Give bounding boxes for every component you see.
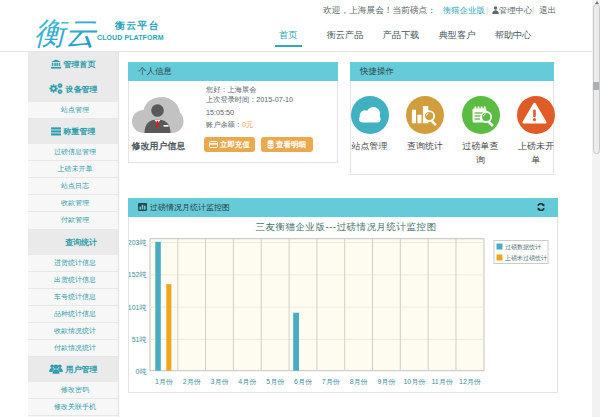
svg-text:6月份: 6月份 [294, 377, 313, 385]
svg-text:3月份: 3月份 [211, 377, 230, 385]
svg-text:4月份: 4月份 [238, 377, 257, 385]
svg-text:8月份: 8月份 [350, 377, 369, 385]
svg-text:152吨: 152吨 [129, 271, 147, 278]
svg-text:7月份: 7月份 [322, 377, 341, 385]
svg-text:101吨: 101吨 [129, 303, 147, 310]
svg-text:51吨: 51吨 [132, 335, 147, 342]
svg-text:10月份: 10月份 [403, 377, 426, 385]
svg-text:过磅数据统计: 过磅数据统计 [505, 243, 541, 251]
svg-text:12月份: 12月份 [459, 377, 482, 385]
svg-text:203吨: 203吨 [129, 239, 147, 246]
svg-text:11月份: 11月份 [431, 377, 453, 385]
svg-text:5月份: 5月份 [266, 377, 285, 385]
svg-text:上磅未过磅统计: 上磅未过磅统计 [504, 254, 547, 262]
svg-text:1月份: 1月份 [155, 377, 174, 385]
svg-text:9月份: 9月份 [377, 377, 396, 385]
svg-text:衡云: 衡云 [36, 17, 98, 50]
svg-text:0吨: 0吨 [136, 368, 147, 375]
svg-text:2月份: 2月份 [183, 377, 202, 385]
